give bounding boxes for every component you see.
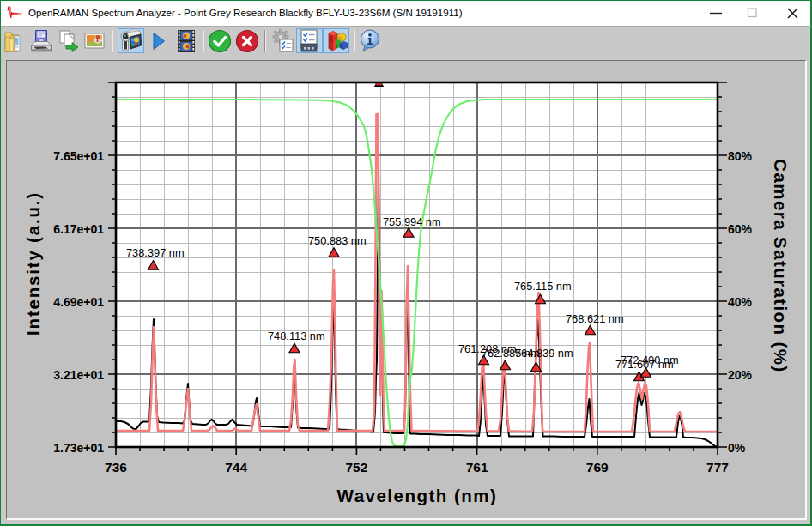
svg-text:764.839 nm: 764.839 nm xyxy=(515,347,573,360)
svg-text:4.69e+01: 4.69e+01 xyxy=(53,295,104,309)
svg-text:Intensity (a.u.): Intensity (a.u.) xyxy=(23,191,43,336)
svg-text:772.400 nm: 772.400 nm xyxy=(621,354,679,366)
svg-text:Wavelength (nm): Wavelength (nm) xyxy=(337,486,498,505)
svg-text:7.65e+01: 7.65e+01 xyxy=(53,149,104,163)
svg-text:777: 777 xyxy=(706,460,729,475)
svg-text:744: 744 xyxy=(225,460,247,475)
svg-text:60%: 60% xyxy=(728,222,753,236)
svg-text:761: 761 xyxy=(466,460,488,475)
svg-text:40%: 40% xyxy=(728,295,753,309)
svg-text:769: 769 xyxy=(586,460,609,475)
svg-text:6.17e+01: 6.17e+01 xyxy=(53,222,104,236)
svg-text:0%: 0% xyxy=(728,441,746,455)
svg-text:755.994 nm: 755.994 nm xyxy=(383,215,441,228)
svg-text:3.21e+01: 3.21e+01 xyxy=(53,368,104,382)
svg-text:752: 752 xyxy=(345,460,367,475)
svg-text:748.113 nm: 748.113 nm xyxy=(268,330,325,342)
svg-text:738.397 nm: 738.397 nm xyxy=(126,246,185,259)
svg-text:765.115 nm: 765.115 nm xyxy=(514,280,572,293)
svg-text:1.73e+01: 1.73e+01 xyxy=(53,441,104,455)
svg-text:20%: 20% xyxy=(728,368,753,382)
svg-text:Camera Saturation (%): Camera Saturation (%) xyxy=(771,159,791,372)
svg-text:736: 736 xyxy=(105,460,127,475)
svg-text:768.621 nm: 768.621 nm xyxy=(566,312,624,325)
svg-text:750.883 nm: 750.883 nm xyxy=(308,234,367,247)
svg-text:80%: 80% xyxy=(728,149,753,163)
